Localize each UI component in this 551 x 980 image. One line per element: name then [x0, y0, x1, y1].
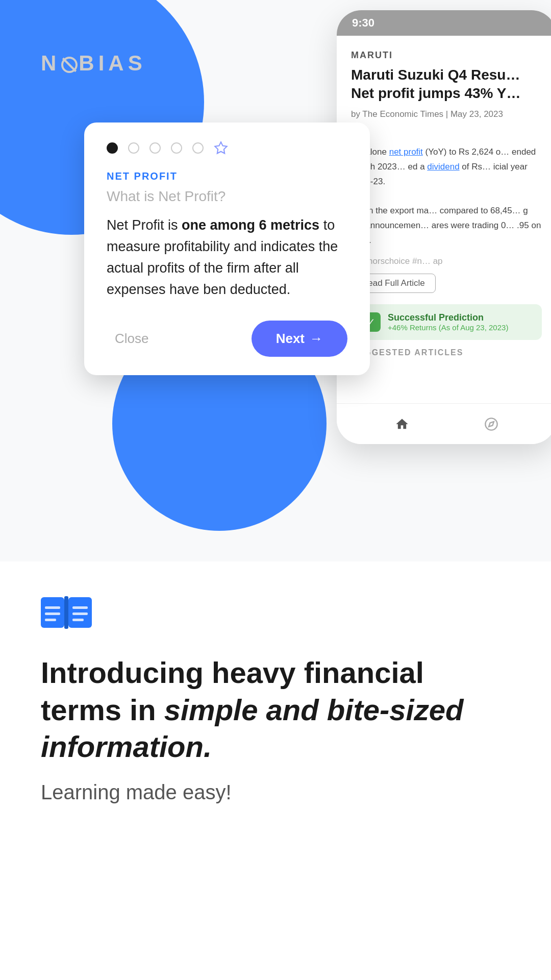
card-body-plain: Net Profit is	[107, 217, 182, 233]
star-icon	[214, 141, 228, 155]
next-arrow-icon: →	[310, 331, 323, 347]
card-category: NET PROFIT	[107, 170, 347, 182]
svg-rect-8	[72, 606, 88, 609]
svg-rect-4	[64, 596, 68, 629]
net-profit-link: net profit	[389, 147, 423, 157]
bottom-section: Introducing heavy financial terms in sim…	[0, 561, 551, 845]
card-actions: Close Next →	[107, 321, 347, 357]
dot-5	[192, 142, 204, 154]
dot-4	[171, 142, 182, 154]
close-button[interactable]: Close	[107, 326, 157, 352]
phone-nav-bar	[337, 403, 551, 444]
article-category: MARUTI	[351, 50, 542, 61]
progress-dots	[107, 141, 347, 155]
subline: Learning made easy!	[41, 781, 510, 804]
svg-rect-6	[45, 612, 60, 615]
prediction-returns: +46% Returns (As of Aug 23, 2023)	[388, 323, 508, 332]
top-section: NBIAS 9:30 MARUTI Maruti Suzuki Q4 Resu……	[0, 0, 551, 561]
dividend-link: dividend	[427, 162, 459, 172]
book-icon	[41, 592, 510, 654]
article-meta: by The Economic Times | May 23, 2023	[351, 109, 542, 119]
dot-2	[128, 142, 139, 154]
next-button[interactable]: Next →	[252, 321, 347, 357]
prediction-label: Successful Prediction	[388, 312, 508, 323]
article-tags: #authorschoice #n… ap	[351, 256, 542, 266]
dot-3	[149, 142, 161, 154]
compass-icon[interactable]	[482, 415, 500, 433]
prediction-text: Successful Prediction +46% Returns (As o…	[388, 312, 508, 332]
headline: Introducing heavy financial terms in sim…	[41, 654, 510, 766]
status-bar: 9:30	[337, 10, 551, 36]
svg-marker-1	[215, 142, 227, 153]
prediction-bar: ✓ Successful Prediction +46% Returns (As…	[351, 304, 542, 340]
svg-rect-5	[45, 606, 60, 609]
card-question: What is Net Profit?	[107, 188, 347, 205]
logo-o-icon	[61, 57, 78, 73]
article-body: andalone net profit (YoY) to Rs 2,624 o……	[351, 145, 542, 248]
card-body: Net Profit is one among 6 metrics to mea…	[107, 215, 347, 300]
article-title: Maruti Suzuki Q4 Resu… Net profit jumps …	[351, 66, 542, 103]
home-icon[interactable]	[393, 415, 411, 433]
phone-time: 9:30	[352, 16, 374, 30]
svg-rect-10	[72, 619, 84, 621]
dot-1	[107, 142, 118, 154]
svg-point-0	[485, 418, 497, 430]
tutorial-card: NET PROFIT What is Net Profit? Net Profi…	[84, 122, 370, 375]
card-body-bold: one among 6 metrics	[182, 217, 319, 233]
nobias-logo: NBIAS	[41, 51, 146, 76]
svg-rect-9	[72, 612, 88, 615]
next-button-label: Next	[276, 331, 305, 347]
article-section-label: RY	[351, 130, 542, 139]
svg-rect-7	[45, 619, 56, 621]
